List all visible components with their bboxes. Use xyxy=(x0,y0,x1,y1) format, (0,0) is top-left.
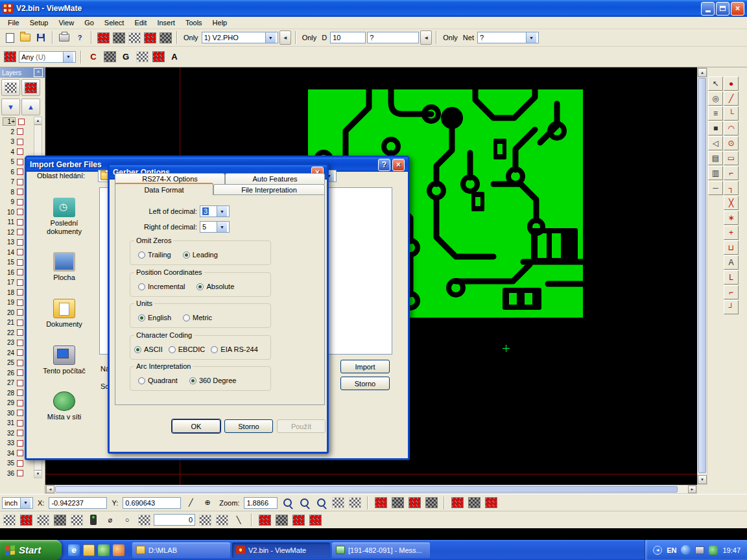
layer-swatch[interactable] xyxy=(17,460,23,467)
measure-distance-button[interactable]: ╱ xyxy=(184,496,198,510)
cut-icon[interactable]: ╳ xyxy=(724,196,739,210)
draw-corner-icon[interactable]: └ xyxy=(724,106,739,121)
scroll-left-icon[interactable]: ◄ xyxy=(46,485,54,493)
columns-icon[interactable]: ▥ xyxy=(708,166,723,180)
pad-red-button[interactable] xyxy=(257,513,272,527)
tray-status-icon[interactable] xyxy=(709,546,718,555)
place-desktop[interactable]: Plocha xyxy=(34,252,95,282)
layer-swatch[interactable] xyxy=(17,380,23,386)
scroll-up-icon[interactable]: ▲ xyxy=(698,68,707,77)
horizontal-scrollbar[interactable]: ◄ ► xyxy=(45,485,697,494)
target-icon[interactable]: ⊙ xyxy=(724,136,739,150)
chevron-down-icon[interactable]: ▼ xyxy=(526,32,536,43)
circle-aperture-button[interactable]: C xyxy=(86,50,101,64)
layer-swatch[interactable] xyxy=(17,390,23,396)
aperture-list-button[interactable] xyxy=(96,30,110,45)
help-button[interactable]: ? xyxy=(378,159,390,171)
dcode-button[interactable] xyxy=(112,30,126,45)
layer-swatch[interactable] xyxy=(17,239,23,246)
layer-swatch[interactable] xyxy=(17,400,23,406)
corner-down-icon[interactable]: ┘ xyxy=(724,300,739,314)
pattern-button[interactable] xyxy=(36,513,50,527)
pad-pattern-button[interactable] xyxy=(424,496,438,510)
layer-swatch[interactable] xyxy=(17,279,23,286)
right-of-decimal-select[interactable]: 5 ▼ xyxy=(200,221,230,233)
count-field[interactable]: 0 xyxy=(154,514,195,526)
menu-item[interactable]: Go xyxy=(79,18,99,28)
layer-swatch[interactable] xyxy=(17,369,23,376)
scroll-down-icon[interactable]: ▼ xyxy=(698,475,707,484)
x-coordinate-field[interactable]: -0.942237 xyxy=(49,497,107,509)
aperture-tool-button[interactable] xyxy=(3,50,17,64)
menu-item[interactable]: Help xyxy=(208,18,233,28)
new-file-button[interactable] xyxy=(3,30,17,45)
layer-row[interactable]: 2 xyxy=(1,127,32,137)
cancel-button[interactable]: Storno xyxy=(224,419,273,433)
layer-swatch[interactable] xyxy=(17,199,23,205)
layers-panel-header[interactable]: Layers × xyxy=(0,67,45,78)
dot-grid-anchor-button[interactable] xyxy=(215,513,229,527)
layer-swatch[interactable] xyxy=(17,360,23,366)
refresh-app-icon[interactable] xyxy=(98,544,110,556)
layer-swatch[interactable] xyxy=(17,340,23,346)
menu-item[interactable]: Insert xyxy=(152,18,180,28)
layer-swatch[interactable] xyxy=(17,159,23,165)
close-button[interactable]: × xyxy=(392,159,405,171)
layer-swatch[interactable] xyxy=(17,269,23,275)
layer-swatch[interactable] xyxy=(17,289,23,296)
layer-swatch[interactable] xyxy=(17,470,23,476)
vertical-scrollbar[interactable]: ▲ ▼ xyxy=(697,67,707,485)
move-layer-up-button[interactable]: ▲ xyxy=(21,99,40,115)
close-icon[interactable]: × xyxy=(34,68,43,77)
radio-option[interactable]: Leading xyxy=(183,251,218,259)
pad-red-button[interactable] xyxy=(274,513,289,527)
pad-pattern-button[interactable] xyxy=(407,496,421,510)
star-icon[interactable]: ∗ xyxy=(724,211,739,225)
dot-grid-button[interactable] xyxy=(198,513,212,527)
layer-swatch[interactable] xyxy=(17,440,23,447)
pad-stack-button[interactable] xyxy=(143,30,157,45)
import-button[interactable]: Import xyxy=(340,360,390,373)
left-of-decimal-select[interactable]: 3 ▼ xyxy=(200,205,230,217)
pad-red-button[interactable] xyxy=(291,513,305,527)
move-layer-down-button[interactable]: ▼ xyxy=(1,99,20,115)
chevron-down-icon[interactable]: ▼ xyxy=(217,222,227,232)
plus-tool-icon[interactable]: + xyxy=(724,226,739,240)
pad-pattern-button[interactable] xyxy=(390,496,405,510)
draw-line-icon[interactable]: ╱ xyxy=(724,91,739,106)
restore-button[interactable] xyxy=(716,2,729,16)
mirror-icon[interactable]: ◁ xyxy=(708,136,723,150)
layer-swatch[interactable] xyxy=(17,430,23,436)
g-aperture-button[interactable]: G xyxy=(119,50,133,64)
tab-file-interpretation[interactable]: File Interpretation xyxy=(213,184,325,195)
dcode-query-input[interactable]: ? xyxy=(367,32,419,43)
save-button[interactable] xyxy=(34,30,48,45)
tab-auto-features[interactable]: Auto Features xyxy=(225,173,325,184)
prev-net-button[interactable]: ◄ xyxy=(420,30,432,45)
radio-option[interactable]: EBCDIC xyxy=(169,345,206,353)
scroll-down-icon[interactable]: ▼ xyxy=(34,470,42,478)
radio-option[interactable]: EIA RS-244 xyxy=(211,345,257,353)
diagonal-button[interactable]: ╲ xyxy=(231,513,246,527)
layer-swatch[interactable] xyxy=(17,420,23,426)
radio-option[interactable]: Trailing xyxy=(138,251,171,259)
layer-swatch[interactable] xyxy=(17,320,23,326)
grid-view-button[interactable] xyxy=(348,496,362,510)
zoom-in-button[interactable] xyxy=(280,496,294,510)
vertical-scroll-thumb[interactable] xyxy=(698,78,706,473)
menu-item[interactable]: Setup xyxy=(25,18,54,28)
layer-swatch[interactable] xyxy=(17,450,23,456)
pad-pattern-button[interactable] xyxy=(467,496,481,510)
radio-option[interactable]: English xyxy=(138,314,171,321)
layer-row[interactable]: 36 xyxy=(1,469,32,479)
scroll-up-icon[interactable]: ▲ xyxy=(34,117,42,125)
radio-option[interactable]: Absolute xyxy=(196,283,234,290)
draw-arc-icon[interactable]: ◠ xyxy=(724,121,739,135)
radio-option[interactable]: Incremental xyxy=(138,283,185,290)
ruler-icon[interactable]: ⌐ xyxy=(724,285,739,299)
pattern-button[interactable] xyxy=(69,513,84,527)
select-cursor-icon[interactable]: ↖ xyxy=(708,76,723,91)
probe-diameter-button[interactable]: ⌀ xyxy=(103,513,117,527)
layer-swatch[interactable] xyxy=(17,219,23,226)
only-net-label[interactable]: Only xyxy=(443,34,458,41)
